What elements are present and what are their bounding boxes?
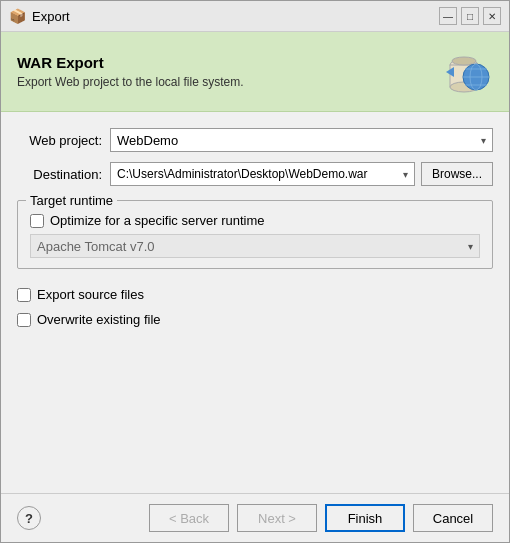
dialog-footer: ? < Back Next > Finish Cancel (1, 493, 509, 542)
destination-dropdown[interactable]: C:\Users\Administrator\Desktop\WebDemo.w… (110, 162, 415, 186)
destination-value: C:\Users\Administrator\Desktop\WebDemo.w… (117, 167, 368, 181)
header-subtitle: Export Web project to the local file sys… (17, 75, 433, 89)
apache-tomcat-value: Apache Tomcat v7.0 (37, 239, 155, 254)
maximize-button[interactable]: □ (461, 7, 479, 25)
header-title: WAR Export (17, 54, 433, 71)
browse-button[interactable]: Browse... (421, 162, 493, 186)
title-bar: 📦 Export — □ ✕ (1, 1, 509, 32)
export-source-checkbox[interactable] (17, 288, 31, 302)
web-project-dropdown[interactable]: WebDemo ▾ (110, 128, 493, 152)
header-text-block: WAR Export Export Web project to the loc… (17, 54, 433, 89)
war-export-icon (436, 47, 491, 97)
header-banner: WAR Export Export Web project to the loc… (1, 32, 509, 112)
web-project-row: Web project: WebDemo ▾ (17, 128, 493, 152)
export-source-label[interactable]: Export source files (37, 287, 144, 302)
overwrite-checkbox[interactable] (17, 313, 31, 327)
overwrite-row: Overwrite existing file (17, 312, 493, 327)
group-box-legend: Target runtime (26, 193, 117, 208)
next-button[interactable]: Next > (237, 504, 317, 532)
title-bar-controls: — □ ✕ (439, 7, 501, 25)
cancel-button[interactable]: Cancel (413, 504, 493, 532)
back-button[interactable]: < Back (149, 504, 229, 532)
web-project-dropdown-arrow: ▾ (481, 135, 486, 146)
window-icon: 📦 (9, 8, 26, 24)
header-icon-area (433, 44, 493, 99)
window-title: Export (32, 9, 70, 24)
finish-button[interactable]: Finish (325, 504, 405, 532)
destination-row: Destination: C:\Users\Administrator\Desk… (17, 162, 493, 186)
close-button[interactable]: ✕ (483, 7, 501, 25)
target-runtime-group: Target runtime Optimize for a specific s… (17, 200, 493, 269)
apache-dropdown-arrow: ▾ (468, 241, 473, 252)
overwrite-label[interactable]: Overwrite existing file (37, 312, 161, 327)
export-dialog: 📦 Export — □ ✕ WAR Export Export Web pro… (0, 0, 510, 543)
standalone-checkboxes: Export source files Overwrite existing f… (17, 283, 493, 327)
title-bar-left: 📦 Export (9, 8, 70, 24)
form-content: Web project: WebDemo ▾ Destination: C:\U… (1, 112, 509, 493)
export-source-row: Export source files (17, 287, 493, 302)
destination-label: Destination: (17, 167, 102, 182)
optimize-checkbox-row: Optimize for a specific server runtime (30, 213, 480, 228)
web-project-value: WebDemo (117, 133, 178, 148)
web-project-label: Web project: (17, 133, 102, 148)
destination-dropdown-arrow: ▾ (403, 169, 408, 180)
destination-input-wrapper: C:\Users\Administrator\Desktop\WebDemo.w… (110, 162, 493, 186)
apache-tomcat-dropdown: Apache Tomcat v7.0 ▾ (30, 234, 480, 258)
optimize-checkbox[interactable] (30, 214, 44, 228)
content-spacer (17, 337, 493, 477)
minimize-button[interactable]: — (439, 7, 457, 25)
help-button[interactable]: ? (17, 506, 41, 530)
optimize-label[interactable]: Optimize for a specific server runtime (50, 213, 265, 228)
web-project-input-wrapper: WebDemo ▾ (110, 128, 493, 152)
svg-point-3 (452, 57, 476, 65)
